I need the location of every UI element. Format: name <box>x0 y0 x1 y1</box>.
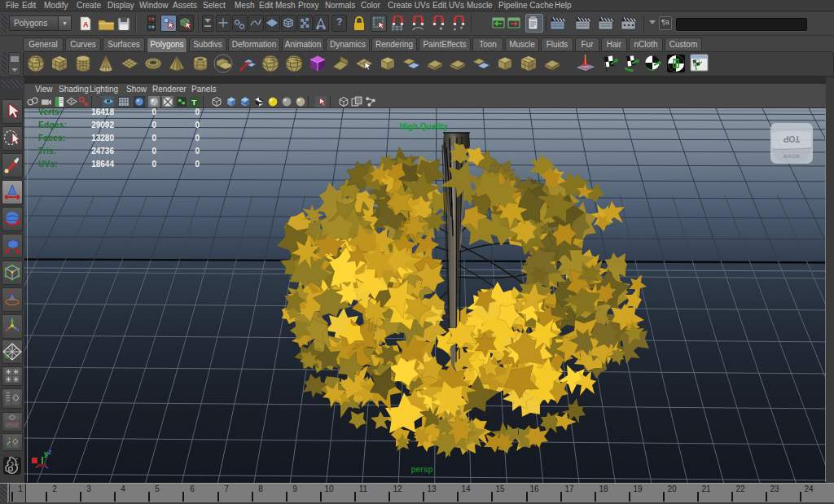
svg-text:T: T <box>191 98 196 107</box>
svg-text:BACK: BACK <box>784 155 801 159</box>
svg-text:z: z <box>48 448 52 456</box>
svg-text:TOP: TOP <box>783 134 800 143</box>
svg-text:A: A <box>83 20 89 28</box>
